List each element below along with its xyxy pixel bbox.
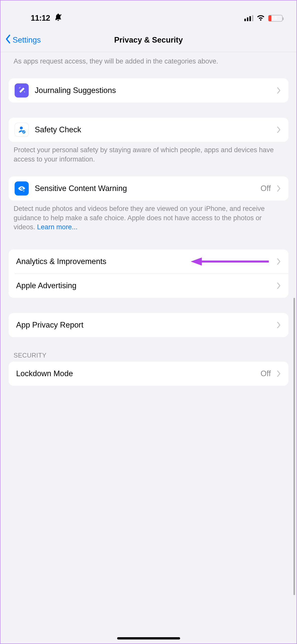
learn-more-link[interactable]: Learn more... xyxy=(37,223,78,231)
back-button[interactable]: Settings xyxy=(5,34,41,46)
chevron-right-icon xyxy=(277,321,281,329)
chevron-right-icon xyxy=(277,258,281,265)
row-lockdown-mode[interactable]: Lockdown Mode Off xyxy=(9,362,288,386)
row-label: Sensitive Content Warning xyxy=(35,184,254,193)
battery-percent: 16 xyxy=(267,15,282,21)
status-time: 11:12 xyxy=(31,14,50,23)
wifi-icon xyxy=(256,14,265,22)
journaling-wand-icon xyxy=(15,83,29,98)
svg-point-2 xyxy=(20,127,23,130)
svg-rect-5 xyxy=(24,192,24,192)
device-frame: 11:12 16 Settings Privacy & Secu xyxy=(0,0,297,644)
scroll-indicator[interactable] xyxy=(293,298,295,595)
row-value: Off xyxy=(260,369,271,378)
chevron-right-icon xyxy=(277,282,281,289)
row-label: Analytics & Improvements xyxy=(16,257,271,266)
row-value: Off xyxy=(260,184,271,193)
row-label: App Privacy Report xyxy=(16,320,271,330)
chevron-right-icon xyxy=(277,126,281,133)
row-analytics-improvements[interactable]: Analytics & Improvements xyxy=(9,249,288,274)
row-sensitive-content-warning[interactable]: Sensitive Content Warning Off xyxy=(9,176,288,201)
chevron-right-icon xyxy=(277,370,281,377)
chevron-right-icon xyxy=(277,87,281,94)
cellular-icon xyxy=(244,15,254,21)
svg-point-4 xyxy=(21,188,22,189)
content-scroll[interactable]: As apps request access, they will be add… xyxy=(1,52,296,416)
page-title: Privacy & Security xyxy=(1,36,296,45)
safety-check-person-icon xyxy=(15,123,29,137)
sensitive-content-eye-icon xyxy=(15,181,29,196)
status-right: 16 xyxy=(244,14,283,22)
row-app-privacy-report[interactable]: App Privacy Report xyxy=(9,313,288,337)
row-label: Lockdown Mode xyxy=(16,369,254,378)
group-journaling: Journaling Suggestions xyxy=(9,78,288,103)
sensitive-content-footer: Detect nude photos and videos before the… xyxy=(1,201,296,234)
row-apple-advertising[interactable]: Apple Advertising xyxy=(9,274,288,298)
group-safety-check: Safety Check xyxy=(9,118,288,142)
row-safety-check[interactable]: Safety Check xyxy=(9,118,288,142)
group-analytics-advertising: Analytics & Improvements Apple Advertisi… xyxy=(9,249,288,298)
row-label: Safety Check xyxy=(35,125,271,134)
nav-header: Settings Privacy & Security xyxy=(1,28,296,52)
status-bar: 11:12 16 xyxy=(1,1,296,28)
intro-footer: As apps request access, they will be add… xyxy=(1,52,296,68)
row-label: Journaling Suggestions xyxy=(35,86,271,95)
safety-check-footer: Protect your personal safety by staying … xyxy=(1,142,296,166)
group-sensitive-content: Sensitive Content Warning Off xyxy=(9,176,288,201)
chevron-right-icon xyxy=(277,185,281,192)
svg-point-1 xyxy=(19,88,20,89)
home-indicator[interactable] xyxy=(117,637,180,639)
back-label: Settings xyxy=(13,36,41,45)
status-left: 11:12 xyxy=(31,13,63,24)
row-journaling-suggestions[interactable]: Journaling Suggestions xyxy=(9,78,288,103)
battery-icon: 16 xyxy=(268,15,283,22)
security-section-header: SECURITY xyxy=(1,337,296,362)
row-label: Apple Advertising xyxy=(16,281,271,290)
group-app-privacy-report: App Privacy Report xyxy=(9,313,288,337)
silent-mode-icon xyxy=(54,13,63,24)
group-lockdown: Lockdown Mode Off xyxy=(9,362,288,386)
chevron-left-icon xyxy=(5,34,11,46)
